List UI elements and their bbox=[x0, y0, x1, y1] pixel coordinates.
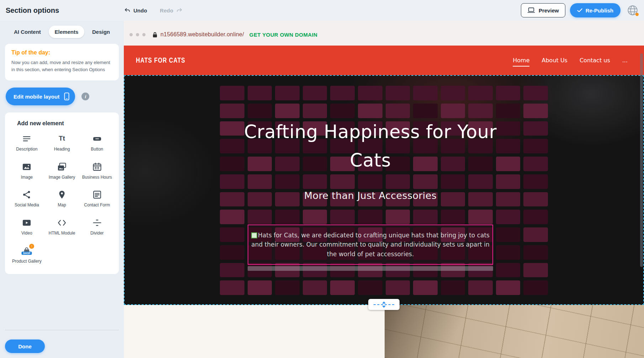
element-tile-label: Social Media bbox=[15, 202, 39, 208]
nav-more-button[interactable]: ... bbox=[622, 57, 628, 64]
hero-body-text: Hats for Cats, we are dedicated to craft… bbox=[251, 232, 490, 258]
window-dot bbox=[136, 33, 139, 36]
element-tile-product-gallery[interactable]: SHOP ↑ Product Gallery bbox=[10, 246, 44, 264]
get-domain-link[interactable]: GET YOUR OWN DOMAIN bbox=[249, 32, 318, 38]
tip-of-the-day-card: Tip of the day: Now you can add, move an… bbox=[5, 44, 119, 80]
nav-item-about-us[interactable]: About Us bbox=[542, 57, 567, 64]
element-tile-video[interactable]: Video bbox=[10, 218, 44, 236]
stone-floor-image bbox=[385, 305, 644, 358]
scrollbar-thumb[interactable] bbox=[640, 53, 643, 267]
page-title: Section options bbox=[6, 6, 124, 15]
element-tile-business-hours[interactable]: Business Hours bbox=[80, 162, 114, 180]
sidebar-tabs: AI Content Elements Design bbox=[5, 24, 119, 44]
tab-design[interactable]: Design bbox=[86, 26, 116, 38]
undo-icon bbox=[124, 7, 131, 14]
window-dot bbox=[130, 33, 133, 36]
resize-down-arrow-icon bbox=[382, 306, 386, 308]
undo-button[interactable]: Undo bbox=[124, 7, 147, 14]
element-tile-label: Map bbox=[58, 202, 66, 208]
html-module-icon bbox=[57, 218, 67, 228]
site-canvas: n1566589.websitebuilder.online/ GET YOUR… bbox=[124, 21, 644, 358]
lock-icon bbox=[153, 32, 157, 38]
site-preview: HATS FOR CATS Home About Us Contact us .… bbox=[124, 46, 644, 358]
edit-mobile-layout-button[interactable]: Edit mobile layout bbox=[6, 88, 75, 105]
map-icon bbox=[57, 190, 67, 200]
selected-hero-section[interactable]: Crafting Happiness for Your Cats More th… bbox=[124, 75, 644, 305]
element-tile-image-gallery[interactable]: Image Gallery bbox=[45, 162, 79, 180]
selected-text-element[interactable]: Hats for Cats, we are dedicated to craft… bbox=[248, 225, 493, 265]
element-tile-button[interactable]: Button bbox=[80, 134, 114, 152]
contact-form-icon bbox=[92, 190, 102, 200]
redo-icon bbox=[176, 7, 183, 14]
element-tile-contact-form[interactable]: Contact Form bbox=[80, 190, 114, 208]
hero-subheading[interactable]: More than Just Accessories bbox=[304, 190, 437, 201]
browser-chrome: n1566589.websitebuilder.online/ GET YOUR… bbox=[124, 21, 644, 46]
language-globe-button[interactable] bbox=[625, 3, 640, 17]
element-tile-label: Image bbox=[21, 175, 33, 180]
shop-badge: SHOP bbox=[22, 252, 32, 255]
element-tile-heading[interactable]: Tt Heading bbox=[45, 134, 79, 152]
element-tile-html-module[interactable]: HTML Module bbox=[45, 218, 79, 236]
site-nav: Home About Us Contact us ... bbox=[513, 57, 628, 64]
element-tile-image[interactable]: Image bbox=[10, 162, 44, 180]
upgrade-arrow-icon: ↑ bbox=[29, 244, 34, 249]
element-tile-label: Product Gallery bbox=[12, 259, 42, 264]
republish-button[interactable]: Re-Publish bbox=[570, 3, 621, 17]
element-tile-map[interactable]: Map bbox=[45, 190, 79, 208]
element-tile-label: Heading bbox=[54, 147, 70, 152]
redo-label: Redo bbox=[160, 7, 173, 14]
element-tile-label: Business Hours bbox=[82, 175, 112, 180]
republish-label: Re-Publish bbox=[586, 7, 613, 14]
element-tile-label: Divider bbox=[90, 231, 104, 236]
element-drag-handle[interactable] bbox=[251, 232, 257, 238]
product-gallery-icon: SHOP ↑ bbox=[22, 246, 32, 256]
resize-up-arrow-icon bbox=[382, 301, 386, 304]
site-logo[interactable]: HATS FOR CATS bbox=[136, 56, 185, 65]
phone-icon bbox=[64, 92, 69, 101]
divider-icon bbox=[92, 218, 102, 228]
element-tile-label: Description bbox=[16, 147, 37, 152]
description-icon bbox=[22, 134, 32, 144]
element-tile-label: Image Gallery bbox=[49, 175, 75, 180]
done-button[interactable]: Done bbox=[5, 339, 45, 353]
element-tile-label: HTML Module bbox=[49, 231, 75, 236]
tip-body: Now you can add, move and resize any ele… bbox=[11, 59, 112, 73]
heading-icon: Tt bbox=[57, 134, 67, 144]
site-url[interactable]: n1566589.websitebuilder.online/ bbox=[160, 31, 244, 38]
hero-heading[interactable]: Crafting Happiness for Your Cats bbox=[239, 118, 502, 174]
laptop-icon bbox=[527, 7, 535, 14]
next-section-preview[interactable] bbox=[124, 305, 644, 358]
business-hours-icon bbox=[92, 162, 102, 172]
site-header[interactable]: HATS FOR CATS Home About Us Contact us .… bbox=[124, 46, 644, 75]
add-element-title: Add new element bbox=[17, 120, 114, 127]
notification-dot bbox=[635, 13, 639, 16]
preview-label: Preview bbox=[539, 7, 559, 14]
section-resize-handle[interactable] bbox=[368, 299, 400, 310]
resize-dash-line bbox=[374, 304, 394, 305]
info-icon[interactable]: i bbox=[81, 93, 89, 100]
tab-ai-content[interactable]: AI Content bbox=[8, 26, 47, 38]
element-tile-social-media[interactable]: Social Media bbox=[10, 190, 44, 208]
topbar: Section options Undo Redo Preview Re-Pub… bbox=[0, 0, 644, 21]
check-icon bbox=[577, 8, 582, 12]
redo-button[interactable]: Redo bbox=[160, 7, 183, 14]
tip-heading: Tip of the day: bbox=[11, 49, 112, 56]
element-tile-divider[interactable]: Divider bbox=[80, 218, 114, 236]
element-tile-description[interactable]: Description bbox=[10, 134, 44, 152]
social-media-icon bbox=[22, 190, 32, 200]
element-grid: Description Tt Heading Button Im bbox=[10, 134, 114, 264]
add-element-panel: Add new element Description Tt Heading B… bbox=[5, 112, 119, 274]
preview-button[interactable]: Preview bbox=[521, 3, 565, 17]
tab-elements[interactable]: Elements bbox=[49, 26, 85, 38]
edit-mobile-layout-label: Edit mobile layout bbox=[14, 94, 59, 100]
nav-item-contact-us[interactable]: Contact us bbox=[580, 57, 610, 64]
window-dot bbox=[142, 33, 146, 36]
element-spacer-bar bbox=[248, 266, 493, 271]
undo-label: Undo bbox=[133, 7, 147, 14]
window-dots bbox=[130, 33, 146, 36]
image-icon bbox=[22, 162, 32, 172]
element-tile-label: Contact Form bbox=[84, 202, 110, 208]
nav-item-home[interactable]: Home bbox=[513, 57, 529, 64]
sidebar-divider bbox=[5, 330, 119, 330]
video-icon bbox=[22, 218, 32, 228]
